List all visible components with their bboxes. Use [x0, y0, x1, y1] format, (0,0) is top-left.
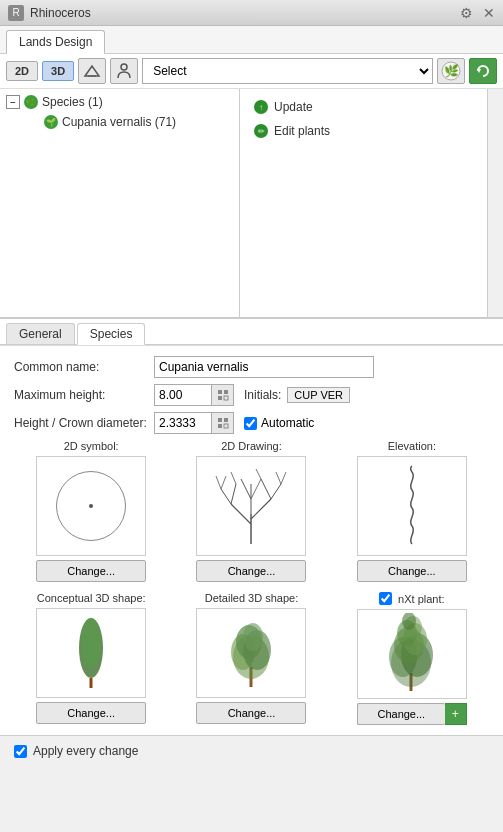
conceptual-3d-box: [36, 608, 146, 698]
tree-root-label: Species (1): [42, 95, 103, 109]
elevation-label: Elevation:: [388, 440, 436, 452]
nxt-add-icon[interactable]: +: [445, 703, 467, 725]
svg-rect-9: [224, 396, 228, 400]
drawing-2d-box: [196, 456, 306, 556]
svg-rect-8: [218, 396, 222, 400]
action-select[interactable]: Select All None: [142, 58, 433, 84]
svg-line-24: [216, 476, 221, 489]
app-icon: R: [8, 5, 24, 21]
btn-terrain-icon[interactable]: [78, 58, 106, 84]
main-split-area: − 🌿 Species (1) 🌱 Cupania vernalis (71) …: [0, 89, 503, 319]
tree-drawing-svg: [206, 464, 296, 549]
svg-text:🌿: 🌿: [444, 63, 459, 78]
max-height-input-group: [154, 384, 234, 406]
detailed-label-row: Detailed 3D shape:: [205, 592, 299, 604]
title-bar: R Rhinoceros ⚙ ✕: [0, 0, 503, 26]
svg-rect-6: [218, 390, 222, 394]
height-crown-side-btn[interactable]: [212, 412, 234, 434]
close-icon[interactable]: ✕: [483, 5, 495, 21]
btn-person-icon[interactable]: [110, 58, 138, 84]
detailed-3d-col: Detailed 3D shape: Change...: [174, 592, 328, 725]
svg-line-20: [271, 484, 281, 499]
height-crown-label: Height / Crown diameter:: [14, 416, 154, 430]
max-height-row: Maximum height: Initials: CUP VER: [14, 384, 489, 406]
svg-line-27: [281, 472, 286, 484]
svg-rect-11: [224, 418, 228, 422]
update-btn[interactable]: ↑ Update: [248, 97, 479, 117]
symbol-2d-col: 2D symbol: Change...: [14, 440, 168, 582]
detailed-tree-svg: [221, 612, 281, 694]
tab-lands-design[interactable]: Lands Design: [6, 30, 105, 54]
svg-rect-12: [218, 424, 222, 428]
tree-leaf-item[interactable]: 🌱 Cupania vernalis (71): [6, 113, 233, 131]
max-height-side-btn[interactable]: [212, 384, 234, 406]
apply-every-change-label: Apply every change: [33, 744, 138, 758]
svg-rect-13: [224, 424, 228, 428]
tree-toggle[interactable]: −: [6, 95, 20, 109]
svg-rect-10: [218, 418, 222, 422]
detailed-3d-label: Detailed 3D shape:: [205, 592, 299, 604]
initials-value: CUP VER: [287, 387, 350, 403]
change-detailed-3d-btn[interactable]: Change...: [196, 702, 306, 724]
svg-line-28: [231, 472, 236, 484]
drawing-2d-col: 2D Drawing:: [174, 440, 328, 582]
change-nxt-btn[interactable]: Change...: [357, 703, 445, 725]
automatic-label: Automatic: [261, 416, 314, 430]
svg-line-17: [221, 489, 231, 504]
symbols-row: 2D symbol: Change... 2D Drawing:: [14, 440, 489, 582]
main-scrollbar[interactable]: [487, 89, 503, 317]
apply-every-change-checkbox[interactable]: [14, 745, 27, 758]
svg-line-19: [261, 479, 271, 499]
max-height-input[interactable]: [154, 384, 212, 406]
btn-plant-icon[interactable]: 🌿: [437, 58, 465, 84]
refresh-svg: [475, 63, 491, 79]
nxt-plant-col: nXt plant: Change... +: [335, 592, 489, 725]
tab-species[interactable]: Species: [77, 323, 146, 345]
initials-label: Initials:: [244, 388, 281, 402]
nxt-plant-box: [357, 609, 467, 699]
symbol-2d-label: 2D symbol:: [64, 440, 119, 452]
update-icon: ↑: [254, 100, 268, 114]
change-2d-symbol-btn[interactable]: Change...: [36, 560, 146, 582]
elevation-col: Elevation: Change...: [335, 440, 489, 582]
btn-2d[interactable]: 2D: [6, 61, 38, 81]
svg-rect-7: [224, 390, 228, 394]
nxt-plant-svg: [379, 613, 444, 695]
max-height-label: Maximum height:: [14, 388, 154, 402]
svg-line-22: [241, 479, 251, 499]
change-nxt-btn-group: Change... +: [357, 703, 467, 725]
btn-refresh-icon[interactable]: [469, 58, 497, 84]
settings-icon[interactable]: ⚙: [460, 5, 473, 21]
height-crown-input-group: [154, 412, 234, 434]
svg-point-31: [81, 618, 101, 668]
automatic-group: Automatic: [244, 416, 314, 430]
change-2d-drawing-btn[interactable]: Change...: [196, 560, 306, 582]
section-tabs: General Species: [0, 319, 503, 345]
common-name-row: Common name:: [14, 356, 489, 378]
person-svg: [115, 62, 133, 80]
automatic-checkbox[interactable]: [244, 417, 257, 430]
nxt-label-row: nXt plant:: [379, 592, 444, 605]
shapes-row: Conceptual 3D shape: Change... Detailed …: [14, 592, 489, 725]
plant-icon-svg: 🌿: [440, 60, 462, 82]
drawing-2d-label: 2D Drawing:: [221, 440, 282, 452]
circle-symbol: [56, 471, 126, 541]
tab-general[interactable]: General: [6, 323, 75, 344]
edit-plants-btn[interactable]: ✏ Edit plants: [248, 121, 479, 141]
conceptual-3d-label: Conceptual 3D shape:: [37, 592, 146, 604]
nxt-checkbox[interactable]: [379, 592, 392, 605]
svg-marker-0: [85, 66, 99, 76]
common-name-label: Common name:: [14, 360, 154, 374]
cypress-svg: [66, 613, 116, 693]
bottom-bar: Apply every change: [0, 735, 503, 766]
conceptual-label-row: Conceptual 3D shape:: [37, 592, 146, 604]
leaf-plant-icon: 🌱: [44, 115, 58, 129]
height-crown-input[interactable]: [154, 412, 212, 434]
btn-3d[interactable]: 3D: [42, 61, 74, 81]
change-conceptual-3d-btn[interactable]: Change...: [36, 702, 146, 724]
initials-group: Initials: CUP VER: [244, 387, 350, 403]
app-title: Rhinoceros: [30, 6, 91, 20]
elevation-svg: [392, 464, 432, 549]
common-name-input[interactable]: [154, 356, 374, 378]
change-elevation-btn[interactable]: Change...: [357, 560, 467, 582]
